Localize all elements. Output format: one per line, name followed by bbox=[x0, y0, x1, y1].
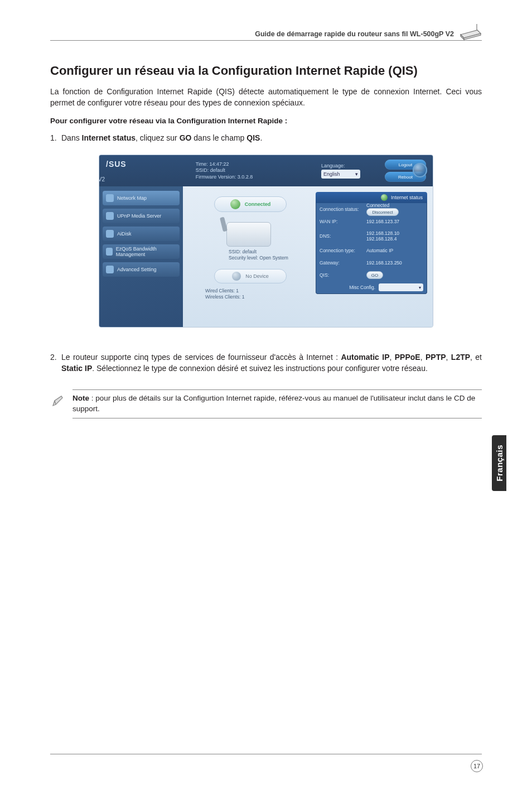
footer-rule bbox=[50, 754, 482, 754]
page-heading: Configurer un réseau via la Configuratio… bbox=[50, 64, 482, 78]
sidebar-item-aidisk[interactable]: AiDisk bbox=[103, 227, 180, 241]
internet-status-header: Internet status bbox=[316, 192, 427, 203]
intro-paragraph: La fonction de Configuration Internet Ra… bbox=[50, 86, 482, 109]
note-block: Note : pour plus de détails sur la Confi… bbox=[50, 389, 482, 418]
conn-status-value: Connected bbox=[366, 203, 389, 208]
model-label: WL-500gP V2 bbox=[99, 176, 127, 182]
header-text: Guide de démarrage rapide du routeur san… bbox=[255, 30, 454, 38]
conn-type-value: Automatic IP bbox=[366, 248, 427, 253]
language-block: Language: English▾ bbox=[321, 163, 377, 179]
gear-icon bbox=[106, 266, 114, 273]
router-icon bbox=[458, 22, 483, 40]
router-ui-screenshot: /SUS WL-500gP V2 Time: 14:47:22 SSID: de… bbox=[99, 155, 433, 328]
main-panel: Connected SSID: default Security level: … bbox=[183, 186, 433, 327]
misc-config-select[interactable]: ▾ bbox=[379, 283, 423, 291]
page-number: 17 bbox=[471, 760, 483, 772]
header-rule bbox=[50, 40, 482, 41]
gateway-label: Gateway: bbox=[316, 260, 366, 266]
qis-label: QIS: bbox=[316, 272, 366, 278]
conn-status-label: Connection status: bbox=[316, 206, 366, 212]
dns-label: DNS: bbox=[316, 233, 366, 239]
language-side-tab-label: Français bbox=[495, 445, 504, 482]
language-side-tab: Français bbox=[492, 435, 506, 491]
sidebar-item-ezqos[interactable]: EzQoS Bandwidth Management bbox=[103, 244, 180, 259]
globe-icon bbox=[413, 163, 427, 177]
qis-go-button[interactable]: GO bbox=[366, 271, 383, 279]
step-1-number: 1. bbox=[50, 133, 61, 144]
note-rule-bottom bbox=[72, 418, 482, 418]
router-image[interactable] bbox=[226, 222, 271, 247]
internet-status-table: Connection status:ConnectedDisconnect WA… bbox=[316, 203, 427, 294]
topbar-info: Time: 14:47:22 SSID: default Firmware Ve… bbox=[134, 161, 313, 181]
sidebar-item-network-map[interactable]: Network Map bbox=[103, 191, 180, 205]
note-label: Note bbox=[72, 394, 89, 402]
dns-value: 192.168.128.10192.168.128.4 bbox=[366, 230, 427, 242]
disconnect-button[interactable]: Disconnect bbox=[366, 208, 399, 216]
sidebar: Network Map UPnP Media Server AiDisk EzQ… bbox=[99, 186, 183, 327]
misc-config-label: Misc Config. bbox=[349, 285, 375, 290]
language-label: Language: bbox=[321, 163, 377, 169]
internet-status-panel: Internet status Connection status:Connec… bbox=[316, 192, 427, 294]
sub-heading: Pour configurer votre réseau via la Conf… bbox=[50, 117, 482, 125]
aidisk-icon bbox=[106, 230, 114, 238]
gateway-value: 192.168.123.250 bbox=[366, 260, 427, 266]
step-1: 1.Dans Internet status, cliquez sur GO d… bbox=[50, 133, 482, 144]
sidebar-item-upnp[interactable]: UPnP Media Server bbox=[103, 209, 180, 223]
wan-ip-label: WAN IP: bbox=[316, 219, 366, 224]
topbar: /SUS WL-500gP V2 Time: 14:47:22 SSID: de… bbox=[99, 155, 433, 186]
step-2-number: 2. bbox=[50, 352, 61, 363]
note-text: : pour plus de détails sur la Configurti… bbox=[72, 394, 475, 413]
ezqos-icon bbox=[106, 248, 113, 256]
wan-ip-value: 192.168.123.37 bbox=[366, 219, 427, 224]
step-2: 2.Le routeur supporte cinq types de serv… bbox=[50, 352, 482, 374]
sidebar-item-advanced[interactable]: Advanced Setting bbox=[103, 262, 180, 277]
pencil-icon bbox=[51, 394, 65, 410]
map-icon bbox=[106, 194, 114, 202]
upnp-icon bbox=[106, 212, 114, 220]
router-info: SSID: default Security level: Open Syste… bbox=[229, 249, 306, 261]
note-rule-top bbox=[72, 389, 482, 390]
client-counts: Wired Clients: 1 Wireless Clients: 1 bbox=[205, 288, 306, 300]
center-column: Connected SSID: default Security level: … bbox=[194, 196, 306, 300]
conn-type-label: Connection type: bbox=[316, 248, 366, 253]
status-ok-icon bbox=[381, 194, 388, 201]
check-icon bbox=[230, 199, 240, 209]
device-icon bbox=[232, 272, 241, 281]
language-select[interactable]: English▾ bbox=[321, 170, 360, 179]
brand-logo: /SUS bbox=[106, 160, 127, 169]
no-device-pill[interactable]: No Device bbox=[214, 269, 287, 283]
connected-pill[interactable]: Connected bbox=[214, 196, 287, 212]
